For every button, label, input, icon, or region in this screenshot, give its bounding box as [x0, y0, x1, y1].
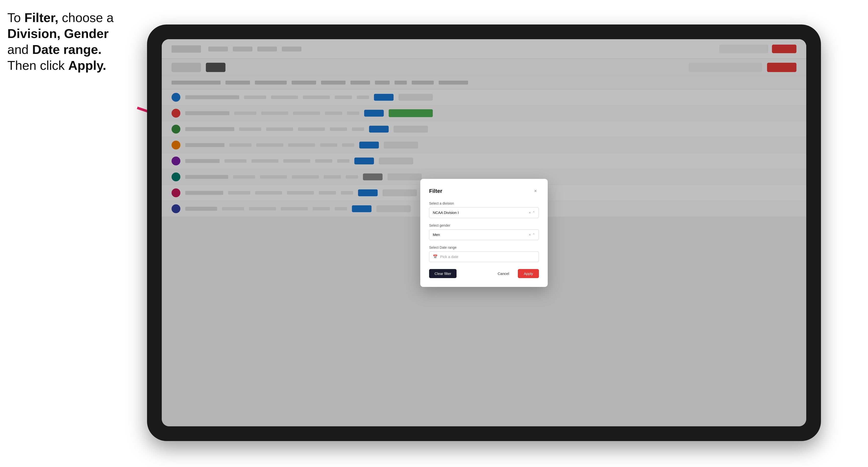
- clear-gender-icon[interactable]: ×: [529, 233, 531, 237]
- gender-form-group: Select gender Men × ⌃: [429, 223, 539, 240]
- chevron-division-icon: ⌃: [532, 211, 535, 215]
- modal-title: Filter: [429, 188, 442, 194]
- chevron-gender-icon: ⌃: [532, 233, 535, 237]
- filter-modal: Filter × Select a division NCAA Division…: [420, 179, 548, 287]
- gender-select[interactable]: Men × ⌃: [429, 229, 539, 240]
- calendar-icon: 📅: [433, 254, 438, 259]
- instruction-bold1: Filter,: [24, 10, 58, 25]
- instruction-line2: choose a: [58, 10, 114, 25]
- gender-select-icons: × ⌃: [529, 233, 535, 237]
- modal-close-button[interactable]: ×: [532, 188, 539, 194]
- modal-header: Filter ×: [429, 188, 539, 194]
- division-form-group: Select a division NCAA Division I × ⌃: [429, 201, 539, 218]
- division-select[interactable]: NCAA Division I × ⌃: [429, 207, 539, 218]
- date-placeholder: Pick a date: [440, 255, 458, 259]
- clear-filter-button[interactable]: Clear filter: [429, 269, 457, 278]
- division-value: NCAA Division I: [433, 211, 459, 215]
- cancel-button[interactable]: Cancel: [492, 269, 515, 278]
- date-form-group: Select Date range 📅 Pick a date: [429, 246, 539, 262]
- instruction-bold4: Apply.: [68, 58, 106, 72]
- modal-overlay: Filter × Select a division NCAA Division…: [162, 39, 806, 426]
- instruction-line1: To: [7, 10, 24, 25]
- modal-footer: Clear filter Cancel Apply: [429, 269, 539, 278]
- division-label: Select a division: [429, 201, 539, 205]
- tablet-screen: Filter × Select a division NCAA Division…: [162, 39, 806, 426]
- instruction-bold2: Division, Gender: [7, 27, 108, 41]
- tablet-frame: Filter × Select a division NCAA Division…: [147, 25, 821, 441]
- gender-value: Men: [433, 232, 440, 237]
- date-label: Select Date range: [429, 246, 539, 249]
- gender-label: Select gender: [429, 223, 539, 227]
- date-input[interactable]: 📅 Pick a date: [429, 251, 539, 262]
- clear-division-icon[interactable]: ×: [529, 211, 531, 215]
- footer-right: Cancel Apply: [492, 269, 539, 278]
- division-select-icons: × ⌃: [529, 211, 535, 215]
- instruction-line3: and: [7, 42, 32, 57]
- instruction-line4: Then click: [7, 58, 68, 72]
- instruction-bold3: Date range.: [32, 42, 101, 57]
- apply-button[interactable]: Apply: [518, 269, 539, 278]
- instruction-text: To Filter, choose a Division, Gender and…: [7, 10, 145, 73]
